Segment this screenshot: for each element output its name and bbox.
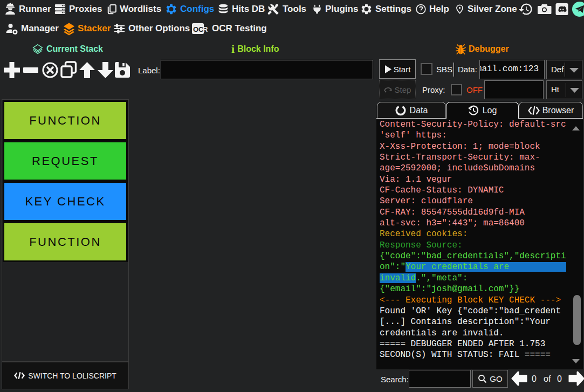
- svg-text:R: R: [203, 25, 208, 33]
